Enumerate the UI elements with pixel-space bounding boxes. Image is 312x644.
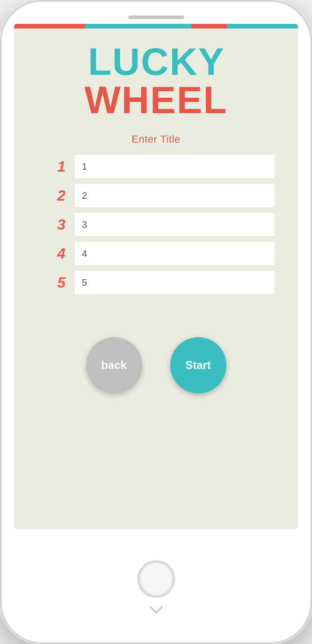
entry-row-5: 5 [37,271,275,294]
top-color-bar [14,24,298,29]
entry-input-5[interactable] [75,271,275,294]
title-wheel: WHEEL [84,79,227,121]
enter-title-label: Enter Title [131,133,181,145]
entry-number-2: 2 [37,187,65,204]
entry-input-4[interactable] [75,242,275,265]
app-content: LUCKY WHEEL Enter Title 1 2 3 [14,29,298,412]
back-button[interactable]: back [86,337,142,393]
app-title: LUCKY WHEEL [37,43,275,119]
buttons-row: back Start [37,337,275,393]
entry-number-5: 5 [37,274,65,291]
speaker [128,15,184,19]
home-area [138,529,175,643]
entries-container: 1 2 3 4 5 [37,155,275,300]
top-bar-segment-1 [14,24,85,29]
top-bar-segment-4 [227,24,298,29]
top-bar-segment-3 [191,24,227,29]
entry-number-3: 3 [37,216,65,233]
home-bottom-indicator [149,600,162,613]
entry-row-4: 4 [37,242,275,265]
entry-input-3[interactable] [75,213,275,236]
entry-number-1: 1 [37,158,65,175]
entry-row-2: 2 [37,184,275,207]
entry-input-1[interactable] [75,155,275,178]
entry-row-1: 1 [37,155,275,178]
entry-input-2[interactable] [75,184,275,207]
phone-frame: LUCKY WHEEL Enter Title 1 2 3 [0,0,312,644]
home-button[interactable] [138,560,175,598]
start-button[interactable]: Start [170,337,226,393]
top-bar-segment-2 [85,24,192,29]
entry-row-3: 3 [37,213,275,236]
title-lucky: LUCKY [88,40,224,83]
screen: LUCKY WHEEL Enter Title 1 2 3 [14,24,298,529]
entry-number-4: 4 [37,245,65,262]
